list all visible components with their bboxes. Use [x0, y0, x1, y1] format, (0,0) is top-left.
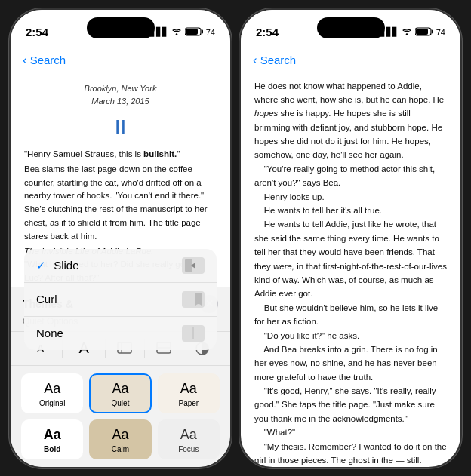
nav-bar-right: ‹ Search	[241, 46, 460, 75]
svg-rect-18	[432, 29, 433, 33]
svg-rect-2	[186, 29, 198, 35]
time-right: 2:54	[256, 26, 279, 38]
right-book-text: He does not know what happened to Addie,…	[254, 79, 447, 468]
theme-original-aa: Aa	[44, 381, 60, 397]
chapter-number: II	[24, 111, 217, 143]
curl-icon	[182, 291, 205, 308]
theme-quiet[interactable]: Aa Quiet	[89, 373, 151, 413]
battery-icon	[185, 27, 203, 38]
transition-slide[interactable]: ✓ Slide	[24, 249, 217, 283]
theme-original[interactable]: Aa Original	[21, 373, 83, 413]
theme-grid: Aa Original Aa Quiet Aa Paper Aa Bold Aa	[11, 366, 230, 467]
slide-label: ✓ Slide	[36, 259, 79, 272]
phones-container: 2:54 ▋▋▋ 74 ‹ Search Brooklyn, New	[9, 8, 462, 468]
back-chevron-left: ‹	[23, 54, 27, 66]
slide-icon	[182, 257, 205, 274]
transition-curl[interactable]: Curl	[24, 283, 217, 317]
theme-bold[interactable]: Aa Bold	[21, 419, 83, 459]
status-icons-right: ▋▋▋ 74	[380, 27, 445, 38]
svg-point-15	[405, 33, 408, 35]
theme-paper[interactable]: Aa Paper	[158, 373, 220, 413]
back-label-left: Search	[30, 54, 66, 66]
book-location: Brooklyn, New York March 13, 2015	[24, 82, 217, 108]
theme-bold-aa: Aa	[44, 427, 61, 443]
right-phone: 2:54 ▋▋▋ 74 ‹ Search He does not kn	[239, 8, 462, 468]
theme-paper-label: Paper	[178, 399, 199, 407]
svg-point-0	[175, 33, 177, 35]
svg-rect-3	[202, 29, 203, 33]
dynamic-island	[87, 17, 155, 38]
theme-paper-aa: Aa	[180, 381, 197, 397]
theme-calm[interactable]: Aa Calm	[89, 419, 151, 459]
check-icon: ✓	[36, 259, 46, 272]
left-phone: 2:54 ▋▋▋ 74 ‹ Search Brooklyn, New	[9, 8, 232, 468]
theme-focus-aa: Aa	[180, 427, 197, 443]
nav-bar-left: ‹ Search	[11, 46, 230, 75]
svg-rect-7	[185, 293, 195, 306]
svg-rect-17	[416, 29, 428, 35]
right-book-page: He does not know what happened to Addie,…	[241, 75, 460, 468]
time-left: 2:54	[26, 26, 48, 38]
theme-original-label: Original	[39, 399, 65, 407]
theme-calm-aa: Aa	[112, 427, 128, 443]
back-button-right[interactable]: ‹ Search	[253, 54, 296, 66]
battery-pct-right: 74	[436, 28, 445, 37]
wifi-icon-right	[402, 27, 412, 37]
theme-bold-label: Bold	[44, 445, 60, 453]
back-label-right: Search	[260, 54, 297, 66]
back-button-left[interactable]: ‹ Search	[23, 54, 66, 66]
transition-none[interactable]: None	[24, 317, 217, 350]
theme-focus[interactable]: Aa Focus	[158, 419, 220, 459]
back-chevron-right: ‹	[253, 54, 257, 66]
status-icons-left: ▋▋▋ 74	[150, 27, 215, 38]
none-icon	[182, 325, 205, 342]
battery-pct: 74	[206, 28, 215, 37]
battery-icon-right	[415, 27, 433, 38]
wifi-icon	[171, 27, 182, 37]
theme-quiet-label: Quiet	[112, 399, 130, 407]
theme-focus-label: Focus	[178, 445, 199, 453]
theme-calm-label: Calm	[112, 445, 129, 453]
none-label: None	[36, 327, 63, 339]
curl-label: Curl	[36, 293, 57, 306]
theme-quiet-aa: Aa	[112, 381, 128, 397]
dynamic-island-right	[317, 17, 385, 38]
transition-popup: ✓ Slide Curl None	[24, 249, 217, 350]
